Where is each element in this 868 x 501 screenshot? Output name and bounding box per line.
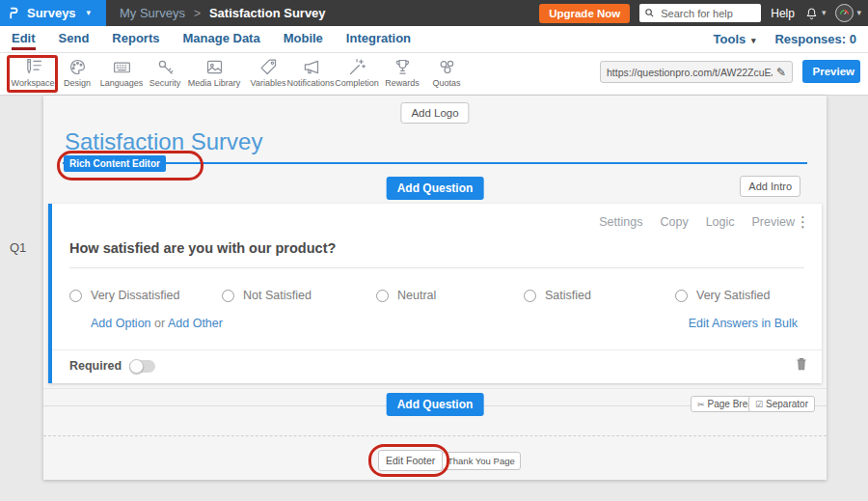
add-option-link[interactable]: Add Option <box>91 317 151 330</box>
radio-icon[interactable] <box>675 290 688 302</box>
tab-edit[interactable]: Edit <box>12 27 36 51</box>
gauge-avatar-icon <box>838 7 851 19</box>
question-card: Settings Copy Logic Preview ⋮ How satisf… <box>48 204 822 383</box>
upgrade-now-button[interactable]: Upgrade Now <box>539 4 630 23</box>
questionpro-logo-icon <box>8 5 20 21</box>
edit-footer-button[interactable]: Edit Footer <box>378 450 443 471</box>
add-intro-button[interactable]: Add Intro <box>740 176 800 197</box>
chain-icon <box>437 57 457 77</box>
active-tab-indicator <box>12 47 36 50</box>
add-option-row: Add Option or Add Other <box>91 317 223 330</box>
question-logic-button[interactable]: Logic <box>706 215 735 229</box>
question-footer-divider <box>52 349 822 350</box>
or-text: or <box>154 317 165 330</box>
rich-content-editor-tooltip[interactable]: Rich Content Editor <box>64 155 166 172</box>
product-switcher[interactable]: Surveys ▾ <box>0 0 106 26</box>
toolbar-item-label: Quotas <box>410 78 483 88</box>
answer-option: Neutral <box>376 289 436 302</box>
answer-option-label[interactable]: Very Satisfied <box>696 289 770 302</box>
radio-icon[interactable] <box>376 290 389 302</box>
required-row: Required <box>69 359 155 373</box>
section-divider <box>43 388 827 389</box>
answer-option-label[interactable]: Not Satisfied <box>243 289 312 302</box>
thank-you-page-button[interactable]: Thank You Page <box>442 452 521 470</box>
required-toggle[interactable] <box>129 360 155 373</box>
toolbar-item-quotas[interactable]: Quotas <box>410 57 483 88</box>
answer-option: Very Satisfied <box>675 289 770 302</box>
add-question-button-top[interactable]: Add Question <box>387 177 484 200</box>
magic-wand-icon <box>347 57 367 77</box>
bell-icon <box>804 6 819 21</box>
answer-option: Very Dissatisfied <box>69 289 179 302</box>
survey-canvas: Add Logo Satisfaction Survey Rich Conten… <box>43 96 827 480</box>
answer-option-label[interactable]: Neutral <box>397 289 436 302</box>
image-icon <box>204 57 225 77</box>
survey-title[interactable]: Satisfaction Survey <box>65 128 262 155</box>
help-link[interactable]: Help <box>771 7 795 20</box>
question-text-underline <box>69 267 804 268</box>
tab-manage-data[interactable]: Manage Data <box>182 27 259 51</box>
separator-label: Separator <box>766 399 808 409</box>
question-more-menu-icon[interactable]: ⋮ <box>792 213 814 231</box>
question-settings-button[interactable]: Settings <box>599 215 642 229</box>
tab-reports[interactable]: Reports <box>112 27 159 51</box>
top-bar: Surveys ▾ My Surveys > Satisfaction Surv… <box>0 0 868 26</box>
breadcrumb: My Surveys > Satisfaction Survey <box>120 6 326 20</box>
responses-count[interactable]: Responses: 0 <box>774 32 856 46</box>
questionpro-survey-editor: Surveys ▾ My Surveys > Satisfaction Surv… <box>0 0 868 501</box>
radio-icon[interactable] <box>69 290 82 302</box>
eye-icon <box>808 67 809 76</box>
megaphone-icon <box>301 57 321 77</box>
tab-send[interactable]: Send <box>59 27 90 51</box>
breadcrumb-current-survey: Satisfaction Survey <box>209 6 326 20</box>
radio-icon[interactable] <box>524 290 536 302</box>
survey-url-field[interactable]: https://questionpro.com/t/AW22ZcuEJ ✎ <box>600 61 793 83</box>
chevron-down-icon: ▾ <box>87 9 92 17</box>
survey-url-value: https://questionpro.com/t/AW22ZcuEJ <box>607 67 773 78</box>
delete-question-button[interactable] <box>795 356 808 376</box>
radio-icon[interactable] <box>222 290 234 302</box>
question-text[interactable]: How satisfied are you with our product? <box>69 240 336 256</box>
checkbox-icon: ☑ <box>755 400 763 409</box>
tab-edit-label: Edit <box>12 31 36 45</box>
top-bar-right: Upgrade Now Help ▾ <box>539 4 868 23</box>
tools-menu[interactable]: Tools ▾ <box>714 32 756 46</box>
separator-button[interactable]: ☑ Separator <box>748 396 815 412</box>
tab-integration[interactable]: Integration <box>346 27 411 51</box>
breadcrumb-separator: > <box>194 7 201 20</box>
chevron-down-icon: ▾ <box>856 9 861 17</box>
answer-option: Not Satisfied <box>222 289 312 302</box>
add-question-button-bottom[interactable]: Add Question <box>387 393 484 416</box>
footer-dashed-divider <box>43 435 827 436</box>
chevron-down-icon: ▾ <box>822 9 827 17</box>
preview-button-label: Preview <box>813 66 854 77</box>
menu-bar-right: Tools ▾ Responses: 0 <box>714 32 856 46</box>
question-actions: Settings Copy Logic Preview <box>599 215 795 229</box>
add-logo-button[interactable]: Add Logo <box>400 102 469 124</box>
trash-icon <box>795 356 808 372</box>
edit-url-icon[interactable]: ✎ <box>776 66 786 79</box>
scissors-icon: ✂ <box>697 400 705 409</box>
account-menu[interactable]: ▾ <box>835 4 861 22</box>
help-search-box[interactable] <box>639 4 761 22</box>
key-icon <box>155 57 176 77</box>
question-copy-button[interactable]: Copy <box>660 215 688 229</box>
add-other-link[interactable]: Add Other <box>168 317 223 330</box>
preview-button[interactable]: Preview <box>802 60 860 83</box>
brand-label: Surveys <box>27 6 76 20</box>
title-divider <box>63 162 807 164</box>
help-search-input[interactable] <box>659 7 756 20</box>
answer-option-label[interactable]: Satisfied <box>545 289 591 302</box>
toggle-knob <box>129 359 144 374</box>
search-icon <box>644 8 655 18</box>
tools-label: Tools <box>714 32 746 46</box>
tab-mobile[interactable]: Mobile <box>284 27 323 51</box>
avatar <box>835 4 854 22</box>
breadcrumb-my-surveys[interactable]: My Surveys <box>120 6 185 20</box>
notifications-menu[interactable]: ▾ <box>804 6 827 21</box>
question-number: Q1 <box>10 240 26 255</box>
answer-option-label[interactable]: Very Dissatisfied <box>91 289 179 302</box>
question-preview-button[interactable]: Preview <box>752 215 795 229</box>
edit-answers-in-bulk-link[interactable]: Edit Answers in Bulk <box>689 317 798 330</box>
answer-option: Satisfied <box>524 289 591 302</box>
